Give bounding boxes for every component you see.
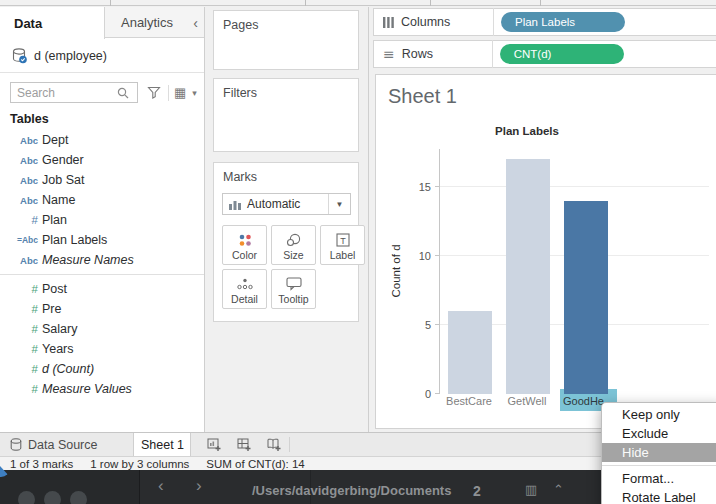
- columns-label: Columns: [401, 15, 493, 29]
- pill-plan-labels[interactable]: Plan Labels: [501, 12, 625, 32]
- divider: [168, 85, 169, 101]
- axis-tick: [435, 255, 440, 256]
- collapse-pane-icon[interactable]: ‹: [193, 15, 198, 31]
- field-d-count[interactable]: #d (Count): [0, 359, 204, 379]
- menu-item-format[interactable]: Format...: [602, 469, 716, 488]
- number-type-icon: #: [12, 214, 38, 226]
- search-box[interactable]: [10, 82, 138, 103]
- tab-analytics[interactable]: Analytics: [105, 7, 189, 37]
- columns-shelf[interactable]: Columns Plan Labels: [373, 8, 716, 36]
- new-story-button[interactable]: [259, 433, 289, 456]
- gridline: [440, 186, 709, 187]
- string-type-icon: Abc: [12, 175, 38, 186]
- rows-shelf[interactable]: ≡ Rows CNT(d): [373, 40, 716, 68]
- color-button[interactable]: Color: [222, 225, 267, 265]
- number-type-icon: #: [12, 343, 38, 355]
- worksheet-area: Columns Plan Labels ≡ Rows CNT(d) Sheet …: [368, 7, 716, 432]
- new-dashboard-icon: [237, 438, 252, 452]
- status-dimensions: 1 row by 3 columns: [90, 458, 189, 470]
- bar-chart-icon: [229, 198, 241, 210]
- tooltip-button[interactable]: Tooltip: [271, 269, 316, 309]
- field-gender[interactable]: AbcGender: [0, 150, 204, 170]
- string-type-icon: Abc: [12, 155, 38, 166]
- pill-cnt-d[interactable]: CNT(d): [500, 44, 624, 64]
- tab-data[interactable]: Data: [0, 7, 105, 39]
- label-button[interactable]: T Label: [320, 225, 365, 265]
- x-label-bestcare[interactable]: BestCare: [439, 395, 499, 407]
- new-worksheet-icon: [207, 438, 222, 452]
- pages-shelf[interactable]: Pages: [213, 10, 359, 70]
- traffic-light-close-icon[interactable]: [18, 491, 35, 504]
- field-plan-labels[interactable]: =AbcPlan Labels: [0, 230, 204, 250]
- divider: [289, 437, 290, 452]
- search-input[interactable]: [17, 86, 117, 100]
- menu-item-exclude[interactable]: Exclude: [602, 424, 716, 443]
- search-row: ▦ ▾: [0, 73, 204, 103]
- string-type-icon: Abc: [12, 255, 38, 266]
- y-tick-label: 10: [419, 250, 431, 262]
- size-circles-icon: [286, 233, 301, 247]
- field-pre[interactable]: #Pre: [0, 299, 204, 319]
- view-caret-icon[interactable]: ▾: [192, 88, 197, 98]
- marks-card: Marks Automatic ▼ Color Size T: [213, 162, 359, 322]
- view-list-icon[interactable]: ▦: [174, 85, 186, 100]
- status-marks: 1 of 3 marks: [10, 458, 73, 470]
- chart-plot-area: 0 5 10 15: [439, 149, 709, 394]
- detail-dots-icon: [237, 278, 253, 291]
- sheet1-tab[interactable]: Sheet 1: [133, 433, 191, 456]
- field-name[interactable]: AbcName: [0, 190, 204, 210]
- marks-label: Marks: [214, 163, 358, 184]
- field-job-sat[interactable]: AbcJob Sat: [0, 170, 204, 190]
- field-dept[interactable]: AbcDept: [0, 130, 204, 150]
- detail-button[interactable]: Detail: [222, 269, 267, 309]
- datasource-row[interactable]: d (employee): [0, 38, 204, 73]
- dimension-measure-divider: [0, 274, 204, 275]
- datasource-name: d (employee): [34, 49, 107, 63]
- forward-icon[interactable]: ›: [196, 476, 202, 496]
- field-measure-names[interactable]: AbcMeasure Names: [0, 250, 204, 270]
- svg-text:T: T: [340, 236, 346, 246]
- x-label-getwell[interactable]: GetWell: [497, 395, 557, 407]
- field-salary[interactable]: #Salary: [0, 319, 204, 339]
- traffic-light-zoom-icon[interactable]: [70, 491, 87, 504]
- divider: [492, 40, 493, 68]
- bar-bestcare[interactable]: [448, 311, 492, 394]
- data-pane-tabs: Data Analytics ‹: [0, 7, 204, 38]
- new-dashboard-button[interactable]: [229, 433, 259, 456]
- field-plan[interactable]: #Plan: [0, 210, 204, 230]
- calculated-string-icon: =Abc: [12, 235, 38, 245]
- field-years[interactable]: #Years: [0, 339, 204, 359]
- field-measure-values[interactable]: #Measure Values: [0, 379, 204, 399]
- bar-getwell[interactable]: [506, 159, 550, 394]
- text-label-icon: T: [336, 233, 350, 247]
- field-list: AbcDept AbcGender AbcJob Sat AbcName #Pl…: [0, 130, 204, 399]
- traffic-light-minimize-icon[interactable]: [44, 491, 61, 504]
- tab-data-label: Data: [14, 16, 42, 31]
- y-axis-title: Count of d: [390, 244, 402, 297]
- size-button[interactable]: Size: [271, 225, 316, 265]
- field-post[interactable]: #Post: [0, 279, 204, 299]
- rows-label: Rows: [402, 47, 492, 61]
- new-worksheet-button[interactable]: [199, 433, 229, 456]
- back-icon[interactable]: ‹: [158, 476, 164, 496]
- menu-item-keep-only[interactable]: Keep only: [602, 405, 716, 424]
- y-tick-label: 5: [425, 319, 431, 331]
- chevron-down-icon[interactable]: ▼: [328, 194, 350, 214]
- column-view-icon[interactable]: ▥: [525, 482, 537, 497]
- data-source-tab[interactable]: Data Source: [0, 433, 109, 456]
- filters-shelf[interactable]: Filters: [213, 78, 359, 152]
- mark-type-value: Automatic: [247, 197, 328, 211]
- filter-funnel-icon[interactable]: [147, 86, 161, 99]
- sheet-view: Sheet 1 Plan Labels Count of d 0 5 10 15…: [375, 74, 716, 429]
- divider: [493, 8, 494, 36]
- chevron-up-icon[interactable]: ⌃: [553, 482, 564, 497]
- bar-goodhealth[interactable]: [564, 201, 608, 394]
- menu-item-rotate-label[interactable]: Rotate Label: [602, 488, 716, 504]
- database-icon: [12, 48, 27, 64]
- color-dots-icon: [238, 233, 252, 247]
- mark-type-dropdown[interactable]: Automatic ▼: [222, 193, 351, 215]
- cards-column: Pages Filters Marks Automatic ▼ Color Si…: [206, 7, 368, 432]
- badge-count: 2: [473, 483, 481, 499]
- rows-icon: ≡: [383, 46, 395, 62]
- menu-item-hide[interactable]: Hide: [602, 443, 716, 462]
